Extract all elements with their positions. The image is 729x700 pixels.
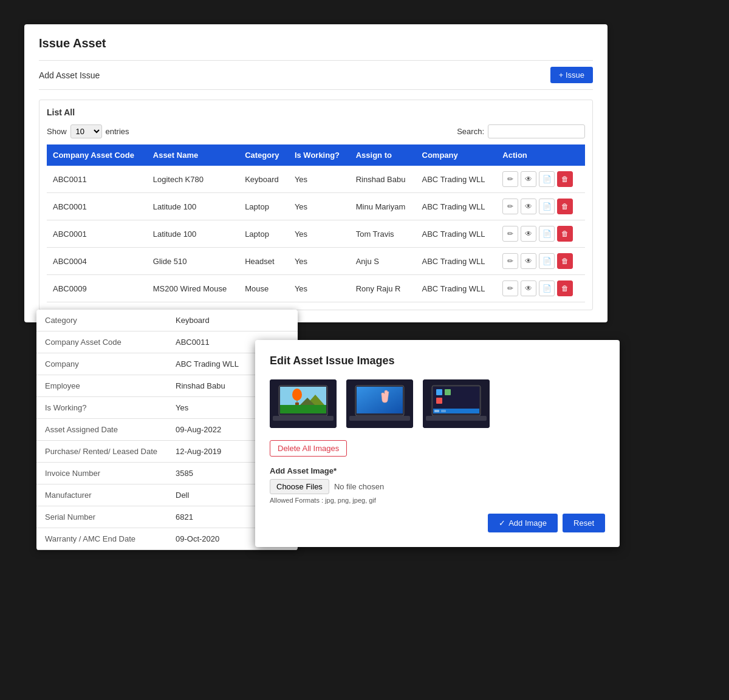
search-label: Search: [457,127,484,136]
cell-assign: Tom Travis [350,220,416,248]
choose-files-button[interactable]: Choose Files [270,479,329,494]
detail-label: Invoice Number [36,463,167,484]
cell-company: ABC Trading WLL [416,220,497,248]
doc-button[interactable]: 📄 [539,226,555,242]
show-label: Show [47,127,67,136]
search-box: Search: [457,124,585,138]
svg-rect-22 [436,398,442,404]
delete-button[interactable]: 🗑 [557,171,573,187]
delete-button[interactable]: 🗑 [557,253,573,269]
cell-name: Glide 510 [147,248,239,275]
doc-button[interactable]: 📄 [539,199,555,214]
cell-category: Keyboard [239,166,289,193]
cell-action: ✏ 👁 📄 🗑 [496,166,585,193]
cell-code: ABC0009 [47,275,147,302]
doc-button[interactable]: 📄 [539,171,555,187]
doc-button[interactable]: 📄 [539,253,555,269]
svg-rect-14 [357,387,403,413]
image-thumb-1 [270,379,337,428]
detail-label: Company [36,353,167,375]
detail-label: Serial Number [36,506,167,528]
edit-button[interactable]: ✏ [502,253,518,269]
table-row: ABC0011 Logitech K780 Keyboard Yes Rinsh… [47,166,585,193]
allowed-formats: Allowed Formats : jpg, png, jpeg, gif [270,497,605,504]
cell-company: ABC Trading WLL [416,166,497,193]
svg-rect-21 [436,389,442,395]
action-buttons: ✏ 👁 📄 🗑 [502,253,579,269]
edit-button[interactable]: ✏ [502,199,518,214]
reset-button[interactable]: Reset [563,514,605,532]
table-row: ABC0001 Latitude 100 Laptop Yes Minu Mar… [47,193,585,220]
add-image-section: Add Asset Image* Choose Files No file ch… [270,466,605,504]
view-button[interactable]: 👁 [521,226,536,242]
table-controls: Show 10 25 50 100 entries Search: [47,124,585,138]
detail-label: Employee [36,375,167,397]
col-code: Company Asset Code [47,144,147,166]
delete-all-button[interactable]: Delete All Images [270,440,347,457]
issue-button[interactable]: + Issue [550,67,593,83]
view-button[interactable]: 👁 [521,199,536,214]
svg-rect-4 [280,405,326,413]
col-name: Asset Name [147,144,239,166]
view-button[interactable]: 👁 [521,253,536,269]
table-row: ABC0001 Latitude 100 Laptop Yes Tom Trav… [47,220,585,248]
cell-name: Logitech K780 [147,166,239,193]
table-row: ABC0004 Glide 510 Headset Yes Anju S ABC… [47,248,585,275]
cell-working: Yes [289,248,350,275]
edit-button[interactable]: ✏ [502,171,518,187]
search-input[interactable] [488,124,585,138]
cell-name: Latitude 100 [147,193,239,220]
detail-value: Keyboard [167,310,298,331]
cell-code: ABC0011 [47,166,147,193]
cell-action: ✏ 👁 📄 🗑 [496,193,585,220]
image-thumb-2 [346,379,413,428]
delete-button[interactable]: 🗑 [557,226,573,242]
add-image-button[interactable]: ✓ Add Image [488,514,558,532]
svg-point-5 [292,389,302,401]
cell-action: ✏ 👁 📄 🗑 [496,248,585,275]
cell-working: Yes [289,275,350,302]
svg-rect-7 [295,403,299,405]
detail-label: Category [36,310,167,331]
delete-button[interactable]: 🗑 [557,199,573,214]
view-button[interactable]: 👁 [521,171,536,187]
add-issue-label: Add Asset Issue [39,70,100,80]
cell-name: MS200 Wired Mouse [147,275,239,302]
delete-button[interactable]: 🗑 [557,280,573,296]
edit-button[interactable]: ✏ [502,280,518,296]
cell-category: Mouse [239,275,289,302]
view-button[interactable]: 👁 [521,280,536,296]
col-action: Action [496,144,585,166]
cell-code: ABC0001 [47,220,147,248]
svg-rect-25 [441,410,446,412]
doc-button[interactable]: 📄 [539,280,555,296]
cell-working: Yes [289,220,350,248]
main-card: Issue Asset Add Asset Issue + Issue List… [24,24,608,322]
action-buttons: ✏ 👁 📄 🗑 [502,280,579,296]
svg-rect-10 [273,416,334,421]
svg-rect-20 [433,409,479,413]
add-image-label-btn: Add Image [508,518,547,528]
col-assign: Assign to [350,144,416,166]
detail-label: Company Asset Code [36,331,167,353]
col-working: Is Working? [289,144,350,166]
list-all-section: List All Show 10 25 50 100 entries Searc… [39,100,593,310]
cell-assign: Rinshad Babu [350,166,416,193]
list-all-title: List All [47,107,585,117]
cell-company: ABC Trading WLL [416,193,497,220]
detail-label: Is Working? [36,397,167,419]
cell-assign: Rony Raju R [350,275,416,302]
no-file-text: No file chosen [334,482,384,491]
svg-rect-15 [349,416,410,421]
edit-images-title: Edit Asset Issue Images [270,355,605,367]
cell-company: ABC Trading WLL [416,275,497,302]
svg-rect-24 [434,410,439,412]
image-thumb-3 [423,379,490,428]
entries-select[interactable]: 10 25 50 100 [70,124,102,138]
cell-code: ABC0001 [47,193,147,220]
action-buttons: ✏ 👁 📄 🗑 [502,199,579,214]
cell-action: ✏ 👁 📄 🗑 [496,220,585,248]
cell-category: Laptop [239,220,289,248]
cell-working: Yes [289,193,350,220]
edit-button[interactable]: ✏ [502,226,518,242]
